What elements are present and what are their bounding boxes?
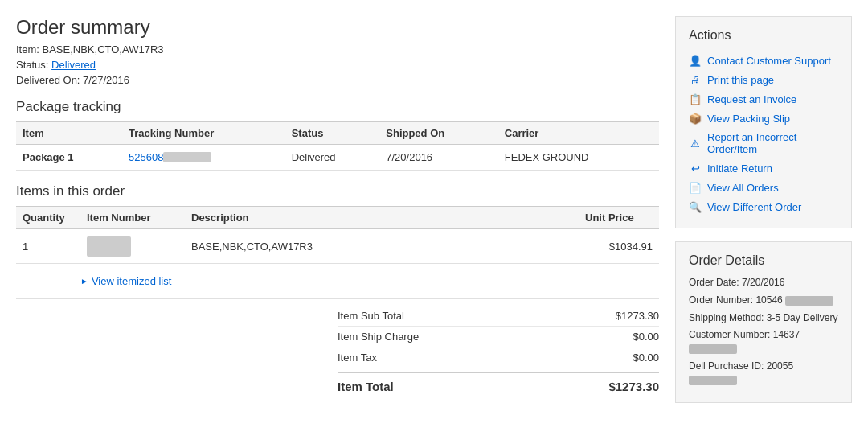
warning-icon: ⚠ xyxy=(689,137,702,150)
order-details-box: Order Details Order Date: 7/20/2016 Orde… xyxy=(675,241,852,403)
tracking-link[interactable]: 525608 xyxy=(129,151,211,163)
table-row: 1 BASE,NBK,CTO,AW17R3 $1034.91 xyxy=(16,229,659,264)
initiate-return-link[interactable]: ↩ Initiate Return xyxy=(689,158,838,178)
contact-support-link[interactable]: 👤 Contact Customer Support xyxy=(689,51,838,70)
totals-section: Item Sub Total $1273.30 Item Ship Charge… xyxy=(338,306,659,397)
status-label: Status: Delivered xyxy=(16,59,659,71)
item-description: BASE,NBK,CTO,AW17R3 xyxy=(185,229,579,264)
item-unit-price: $1034.91 xyxy=(579,229,659,264)
col-header-shipped-on: Shipped On xyxy=(379,122,498,145)
package-item-name: Package 1 xyxy=(16,145,122,171)
list-icon: 📄 xyxy=(689,181,702,194)
items-table: Quantity Item Number Description Unit Pr… xyxy=(16,206,659,299)
ship-charge-row: Item Ship Charge $0.00 xyxy=(338,327,659,347)
col-header-description: Description xyxy=(185,207,579,229)
dell-purchase-blurred xyxy=(689,376,737,385)
item-label: Item: BASE,NBK,CTO,AW17R3 xyxy=(16,43,659,56)
invoice-icon: 📋 xyxy=(689,92,702,105)
actions-title: Actions xyxy=(689,28,838,43)
order-date-row: Order Date: 7/20/2016 xyxy=(689,276,838,290)
delivered-on: Delivered On: 7/27/2016 xyxy=(16,74,659,86)
person-icon: 👤 xyxy=(689,54,702,67)
col-header-quantity: Quantity xyxy=(16,207,80,229)
search-icon: 🔍 xyxy=(689,200,702,213)
col-header-carrier: Carrier xyxy=(498,122,659,145)
col-header-status: Status xyxy=(285,122,380,145)
sidebar: Actions 👤 Contact Customer Support 🖨 Pri… xyxy=(675,16,852,428)
total-row: Item Total $1273.30 xyxy=(338,372,659,397)
sub-total-row: Item Sub Total $1273.30 xyxy=(338,306,659,327)
package-status: Delivered xyxy=(285,145,380,171)
print-page-link[interactable]: 🖨 Print this page xyxy=(689,70,838,89)
report-incorrect-order-link[interactable]: ⚠ Report an Incorrect Order/Item xyxy=(689,128,838,158)
order-number-blurred xyxy=(785,296,833,306)
items-section-title: Items in this order xyxy=(16,183,659,199)
col-header-tracking: Tracking Number xyxy=(122,122,285,145)
view-itemized-row: ► View itemized list xyxy=(16,264,659,299)
item-number-cell xyxy=(80,229,185,264)
col-header-unit-price: Unit Price xyxy=(579,207,659,229)
page-title: Order summary xyxy=(16,16,659,39)
box-icon: 📦 xyxy=(689,112,702,125)
col-header-item-number: Item Number xyxy=(80,207,185,229)
package-tracking-title: Package tracking xyxy=(16,99,659,115)
request-invoice-link[interactable]: 📋 Request an Invoice xyxy=(689,89,838,109)
customer-number-row: Customer Number: 14637 xyxy=(689,328,838,356)
carrier-name: FEDEX GROUND xyxy=(498,145,659,171)
chevron-right-icon: ► xyxy=(80,277,88,286)
view-packing-slip-link[interactable]: 📦 View Packing Slip xyxy=(689,109,838,128)
status-value[interactable]: Delivered xyxy=(51,59,96,71)
shipped-on-date: 7/20/2016 xyxy=(379,145,498,171)
view-different-order-link[interactable]: 🔍 View Different Order xyxy=(689,197,838,216)
col-header-item: Item xyxy=(16,122,122,145)
item-quantity: 1 xyxy=(16,229,80,264)
customer-number-blurred xyxy=(689,344,737,354)
dell-purchase-id-row: Dell Purchase ID: 20055 xyxy=(689,360,838,387)
order-details-title: Order Details xyxy=(689,253,838,268)
tax-row: Item Tax $0.00 xyxy=(338,347,659,368)
view-all-orders-link[interactable]: 📄 View All Orders xyxy=(689,178,838,197)
actions-box: Actions 👤 Contact Customer Support 🖨 Pri… xyxy=(675,16,852,228)
tracking-number-cell: 525608 xyxy=(122,145,285,171)
print-icon: 🖨 xyxy=(689,73,702,86)
package-tracking-table: Item Tracking Number Status Shipped On C… xyxy=(16,121,659,171)
table-row: Package 1 525608 Delivered 7/20/2016 FED… xyxy=(16,145,659,171)
shipping-method-row: Shipping Method: 3-5 Day Delivery xyxy=(689,311,838,325)
return-icon: ↩ xyxy=(689,162,702,175)
order-number-row: Order Number: 10546 xyxy=(689,294,838,307)
view-itemized-link[interactable]: ► View itemized list xyxy=(80,270,171,292)
